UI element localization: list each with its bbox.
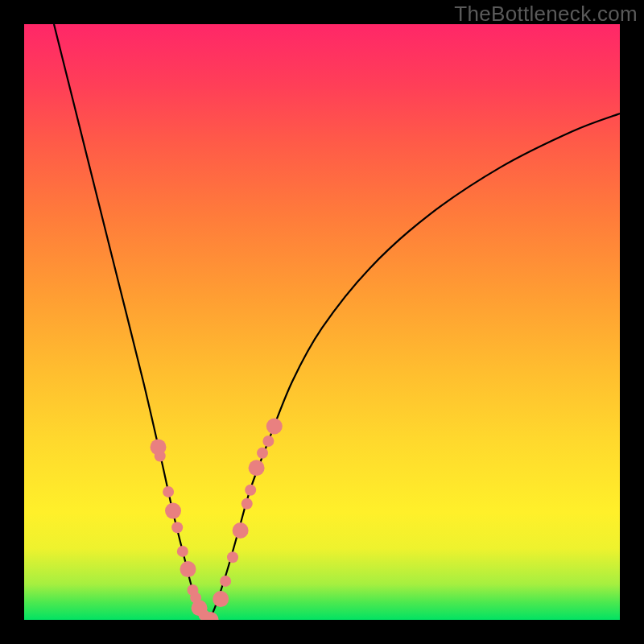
data-dot	[171, 522, 183, 533]
data-dot	[177, 546, 188, 557]
curve-group	[54, 24, 620, 620]
dots-group	[151, 419, 283, 621]
chart-svg	[24, 24, 620, 620]
chart-frame: TheBottleneck.com	[0, 0, 644, 644]
plot-area	[24, 24, 620, 620]
data-dot	[245, 485, 256, 496]
data-dot	[227, 551, 238, 563]
data-dot	[163, 486, 174, 497]
data-dot	[266, 419, 283, 435]
data-dot	[242, 498, 253, 510]
data-dot	[155, 451, 166, 462]
data-dot	[262, 436, 274, 447]
watermark-text: TheBottleneck.com	[454, 2, 638, 27]
data-dot	[220, 576, 231, 587]
data-dot	[213, 591, 229, 607]
data-dot	[257, 448, 268, 459]
data-dot	[249, 460, 265, 476]
right-curve-path	[208, 114, 620, 620]
data-dot	[180, 561, 196, 577]
data-dot	[165, 503, 181, 519]
left-curve-path	[54, 24, 208, 620]
data-dot	[233, 522, 249, 539]
